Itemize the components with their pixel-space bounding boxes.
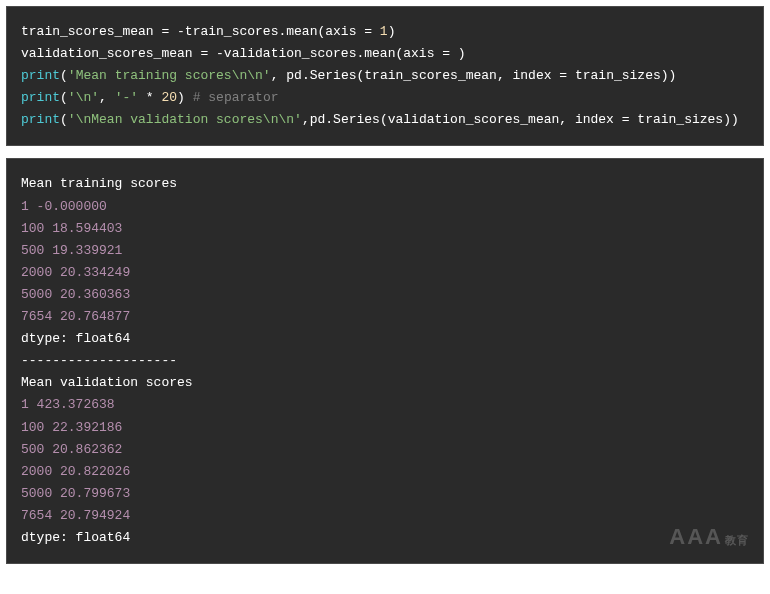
- val-row: 1 423.372638: [21, 397, 115, 412]
- val-row: 2000 20.822026: [21, 464, 130, 479]
- code-line-2: validation_scores_mean = -validation_sco…: [21, 46, 466, 61]
- train-row: 100 18.594403: [21, 221, 122, 236]
- dtype-line: dtype: float64: [21, 331, 130, 346]
- train-row: 5000 20.360363: [21, 287, 130, 302]
- output-heading-validation: Mean validation scores: [21, 375, 193, 390]
- val-row: 5000 20.799673: [21, 486, 130, 501]
- code-line-1: train_scores_mean = -train_scores.mean(a…: [21, 24, 395, 39]
- code-line-3: print('Mean training scores\n\n', pd.Ser…: [21, 68, 676, 83]
- val-row: 500 20.862362: [21, 442, 122, 457]
- val-row: 100 22.392186: [21, 420, 122, 435]
- watermark: AAA教育: [669, 518, 749, 555]
- train-row: 1 -0.000000: [21, 199, 107, 214]
- code-line-5: print('\nMean validation scores\n\n',pd.…: [21, 112, 739, 127]
- val-row: 7654 20.794924: [21, 508, 130, 523]
- train-row: 500 19.339921: [21, 243, 122, 258]
- train-row: 7654 20.764877: [21, 309, 130, 324]
- code-block: train_scores_mean = -train_scores.mean(a…: [6, 6, 764, 146]
- separator-line: --------------------: [21, 353, 177, 368]
- code-line-4: print('\n', '-' * 20) # separator: [21, 90, 279, 105]
- dtype-line: dtype: float64: [21, 530, 130, 545]
- output-heading-training: Mean training scores: [21, 176, 177, 191]
- output-block: Mean training scores 1 -0.000000 100 18.…: [6, 158, 764, 564]
- train-row: 2000 20.334249: [21, 265, 130, 280]
